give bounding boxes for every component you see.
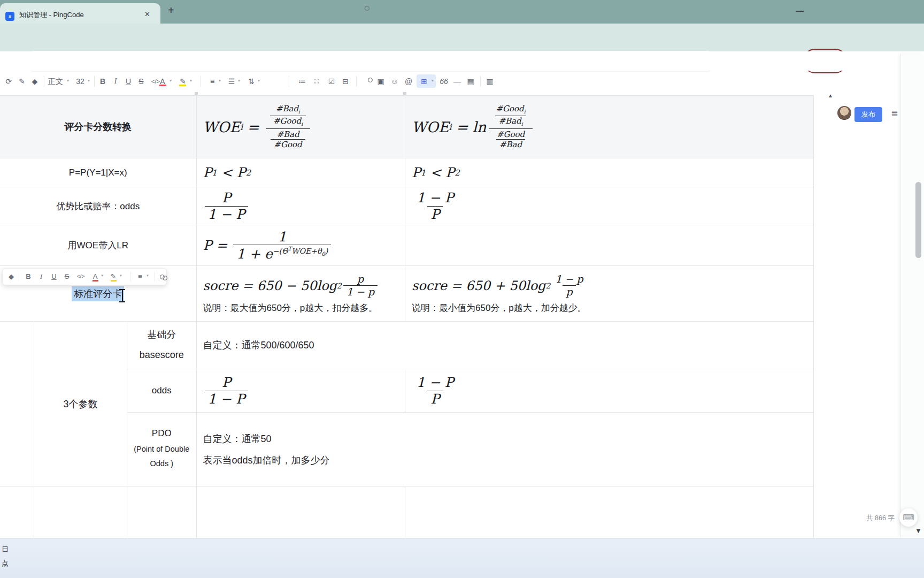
mini-underline-button[interactable]: U	[51, 271, 56, 283]
new-tab-button[interactable]: +	[168, 4, 174, 17]
inline-code-button[interactable]: </>	[151, 75, 160, 87]
line-height-button[interactable]: ⇅	[248, 75, 255, 87]
collapse-list-button[interactable]: ⊟	[342, 75, 349, 87]
toolbar-divider	[356, 76, 357, 87]
toolbar-divider	[44, 76, 44, 87]
column-handle[interactable]	[195, 92, 198, 95]
chevron-down-icon[interactable]: ▾	[219, 78, 221, 83]
word-count: 共 866 字	[866, 514, 895, 523]
cell-woe-good-formula: WOEi =ln #Goodi#Badi#Good#Bad	[405, 96, 814, 158]
underline-button[interactable]: U	[126, 75, 131, 87]
image-button[interactable]: ▣	[377, 75, 384, 87]
cell-basescore-label: 基础分basescore	[127, 322, 197, 369]
mini-divider	[155, 272, 155, 282]
chevron-down-icon[interactable]: ▾	[258, 78, 260, 83]
selected-text[interactable]: 标准评分卡	[72, 286, 124, 301]
cell-stub	[34, 486, 127, 538]
widget-text-line2[interactable]: 点	[2, 559, 9, 568]
browser-tab-bar: » 知识管理 - PingCode ✕ +	[0, 0, 924, 24]
scroll-down-icon[interactable]: ▼	[915, 527, 922, 535]
cell-three-params: 3个参数	[34, 322, 127, 486]
taskbar: 日 点	[0, 538, 924, 578]
mini-highlight-swatch	[111, 280, 117, 282]
chevron-down-icon[interactable]: ▾	[432, 78, 434, 83]
tab-title: 知识管理 - PingCode	[19, 10, 137, 20]
publish-button[interactable]: 发布	[854, 107, 882, 122]
chevron-down-icon[interactable]: ▾	[88, 78, 90, 83]
task-list-button[interactable]: ☑	[328, 75, 335, 87]
mini-divider	[19, 272, 19, 282]
chevron-down-icon[interactable]: ▾	[170, 78, 172, 83]
keyboard-shortcut-button[interactable]: ⌨	[899, 508, 918, 527]
format-painter-icon[interactable]: ✎	[19, 75, 25, 87]
author-avatar[interactable]	[837, 106, 851, 120]
text-cursor-bar	[122, 290, 123, 301]
browser-tab[interactable]: » 知识管理 - PingCode ✕	[0, 3, 160, 24]
cell-stub	[405, 486, 814, 538]
strikethrough-button[interactable]: S	[138, 75, 143, 87]
cell-pdo-label: PDO(Point of Double Odds )	[127, 413, 197, 486]
cell-p-compare-right: P1<P2	[405, 158, 814, 187]
cell-stub	[127, 486, 197, 538]
ordered-list-button[interactable]: ≔	[298, 75, 306, 87]
score-plus-note: 说明：最小值为650分，p越大，加分越少。	[412, 302, 587, 314]
bold-button[interactable]: B	[100, 75, 105, 87]
chevron-down-icon[interactable]: ▾	[67, 78, 69, 83]
mini-align-button[interactable]: ≡	[138, 271, 142, 283]
cell-woe-bad-formula: WOEi = #Badi#Goodi#Bad#Good	[197, 96, 406, 158]
mini-inline-code-button[interactable]: </>	[77, 271, 84, 283]
mini-bold-button[interactable]: B	[26, 271, 30, 283]
toolbar-divider	[289, 76, 289, 87]
scrollbar-thumb[interactable]	[915, 182, 921, 258]
tab-close-icon[interactable]: ✕	[144, 10, 150, 18]
chevron-down-icon[interactable]: ▾	[120, 273, 122, 278]
font-size-select[interactable]: 32	[76, 75, 84, 87]
mention-button[interactable]: @	[405, 75, 412, 87]
unordered-list-button[interactable]: ∷	[314, 75, 319, 87]
outline-button[interactable]: ▥	[486, 75, 493, 87]
cell-stub	[0, 486, 34, 538]
document-header: 分卡转换 ⊘ 阳光曲 最后保存于 今天 23:25 发布 ≣ ✕	[0, 51, 924, 71]
mini-divider	[130, 272, 130, 282]
list-indent-button[interactable]: ☰	[228, 75, 235, 87]
cell-basescore-value: 自定义：通常500/600/650	[197, 322, 814, 369]
cell-lr-formula: P= 11 + e−(ΘTWOE+θ0)	[197, 225, 406, 266]
mini-italic-button[interactable]: I	[40, 271, 42, 283]
mini-font-color-swatch	[93, 280, 98, 282]
mini-strikethrough-button[interactable]: S	[65, 271, 70, 283]
row-header-p-definition: P=P(Y=1|X=x)	[0, 158, 197, 187]
score-minus-note: 说明：最大值为650分，p越大，扣分越多。	[203, 302, 378, 314]
font-color-swatch	[159, 85, 166, 86]
align-button[interactable]: ≡	[210, 75, 214, 87]
chevron-down-icon[interactable]: ▾	[238, 78, 240, 83]
cell-odds-inverse-formula: 1 − PP	[405, 187, 814, 225]
cell-stub	[197, 486, 406, 538]
toolbar-divider	[480, 76, 481, 87]
find-replace-button[interactable]: ▤	[467, 75, 474, 87]
table-button[interactable]: ⊞	[421, 75, 427, 87]
link-icon[interactable]	[365, 6, 369, 11]
chevron-down-icon[interactable]: ▾	[147, 273, 149, 278]
link-icon-2[interactable]	[368, 78, 373, 82]
column-handle[interactable]	[403, 92, 406, 95]
chevron-down-icon[interactable]: ▾	[190, 78, 192, 83]
chevron-down-icon[interactable]: ▾	[101, 273, 103, 278]
emoji-button[interactable]: ☺	[391, 75, 398, 87]
cell-odds-param-formula: P1 − P	[197, 369, 406, 413]
browser-address-bar: ⟳ https://duyk20230125032739535.pingcode…	[0, 24, 924, 51]
divider-button[interactable]: —	[453, 75, 461, 87]
caret-marker-icon: ▲	[828, 93, 833, 98]
mini-clear-format-icon[interactable]: ◆	[9, 271, 14, 283]
quote-button[interactable]: 66	[440, 75, 448, 87]
redo-icon[interactable]: ⟳	[5, 75, 12, 87]
clear-format-icon[interactable]: ◆	[32, 75, 38, 87]
header-menu-icon[interactable]: ≣	[891, 108, 898, 118]
cell-p-compare-left: P1<P2	[197, 158, 406, 187]
scrollbar-track[interactable]	[900, 54, 924, 538]
widget-text-line1[interactable]: 日	[2, 545, 9, 554]
window-minimize-button[interactable]	[796, 11, 804, 12]
content-table: 评分卡分数转换 WOEi = #Badi#Goodi#Bad#Good WOEi…	[0, 95, 814, 538]
italic-button[interactable]: I	[114, 75, 117, 87]
mini-link-icon-2[interactable]	[163, 276, 167, 280]
paragraph-style-select[interactable]: 正文	[48, 75, 63, 87]
